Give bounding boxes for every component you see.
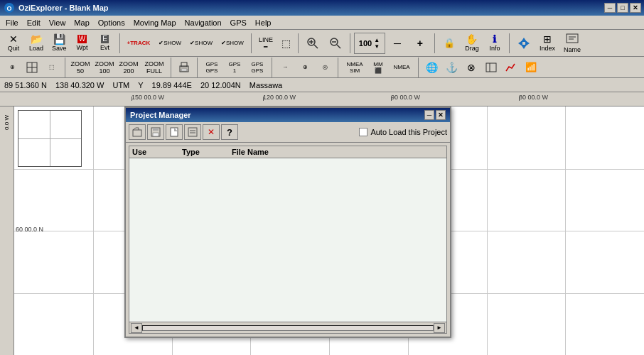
- svg-marker-11: [518, 40, 522, 46]
- pm-save-button[interactable]: [147, 124, 164, 140]
- info-button[interactable]: ℹ Info: [484, 32, 505, 55]
- pm-delete-button[interactable]: ✕: [203, 124, 220, 140]
- pm-scroll-left[interactable]: ◄: [131, 323, 142, 333]
- menu-map[interactable]: Map: [70, 17, 93, 28]
- evt-button[interactable]: E Evt: [95, 32, 116, 55]
- menu-moving-map[interactable]: Moving Map: [129, 17, 181, 28]
- svg-marker-12: [525, 40, 530, 46]
- zoom-full-button[interactable]: ZOOMFULL: [141, 58, 167, 77]
- show-track-button[interactable]: ✔SHOW: [155, 32, 185, 55]
- menu-file[interactable]: File: [1, 17, 23, 28]
- line-button[interactable]: LINE━: [255, 32, 277, 55]
- gps2-button[interactable]: GPSGPS: [247, 58, 268, 77]
- minimize-button[interactable]: ─: [604, 3, 616, 13]
- signal-icon: 📶: [525, 62, 537, 72]
- pm-scroll-track[interactable]: [142, 325, 434, 331]
- gps-gps-button[interactable]: GPSGPS: [201, 58, 222, 77]
- svg-rect-22: [486, 63, 496, 72]
- nmea-button[interactable]: NMEA: [389, 58, 414, 77]
- longitude-display: 138 40.320 W: [55, 81, 104, 89]
- pm-help-button[interactable]: ?: [221, 124, 238, 140]
- tb2-btn-2[interactable]: [23, 58, 41, 77]
- zoom-plus-button[interactable]: +: [409, 32, 431, 55]
- menu-gps[interactable]: GPS: [226, 17, 251, 28]
- lock-icon: 🔒: [444, 38, 455, 48]
- zoom-up-arrow[interactable]: ▲: [373, 37, 380, 43]
- maximize-button[interactable]: □: [617, 3, 628, 13]
- pm-new-button[interactable]: [166, 124, 183, 140]
- menu-navigation[interactable]: Navigation: [181, 17, 226, 28]
- window-title: OziExplorer - Blank Map: [16, 4, 604, 12]
- zoom100-button[interactable]: ZOOM100: [93, 58, 116, 77]
- pm-save-icon: [151, 127, 161, 137]
- pm-toolbar: ✕ ? Auto Load this Project: [126, 122, 450, 143]
- drag-button[interactable]: ✋ Drag: [461, 32, 483, 55]
- map-canvas[interactable]: 60 00.0 N Project Manager ─ ✕: [14, 106, 644, 355]
- anchor-button[interactable]: ⚓: [442, 58, 461, 77]
- index-button[interactable]: ⊞ Index: [536, 32, 559, 55]
- line-icon: LINE━: [259, 36, 273, 50]
- nmea-sim-button[interactable]: NMEASIM: [342, 58, 367, 77]
- pm-props-button[interactable]: [184, 124, 201, 140]
- show-wpt-button[interactable]: ✔SHOW: [186, 32, 216, 55]
- pm-minimize-button[interactable]: ─: [424, 110, 434, 120]
- zoom50-button[interactable]: ZOOM50: [69, 58, 92, 77]
- ruler-tick-2: 120 00.0 W: [263, 92, 296, 101]
- zoom-magnifier-button[interactable]: [302, 32, 323, 55]
- close-button[interactable]: ✕: [630, 3, 641, 13]
- pm-open-button[interactable]: [129, 124, 146, 140]
- menu-help[interactable]: Help: [251, 17, 276, 28]
- pm-title-text: Project Manager: [130, 111, 424, 119]
- utm-y-val: 20 12.004N: [200, 81, 241, 89]
- svg-text:O: O: [6, 5, 11, 12]
- auto-load-checkbox[interactable]: [359, 128, 367, 136]
- tb2-chart-btn[interactable]: [502, 58, 520, 77]
- zoom-minus-button[interactable]: ─: [387, 32, 408, 55]
- menu-bar: File Edit View Map Options Moving Map Na…: [0, 16, 644, 30]
- tb2-sat-btn[interactable]: ⊕: [296, 58, 314, 77]
- toolbar2: ⊕ ⬚ ZOOM50 ZOOM100 ZOOM200 ZOOMFULL GPSG…: [0, 57, 644, 78]
- tb2-arrow-btn[interactable]: →: [276, 58, 294, 77]
- signal-button[interactable]: 📶: [522, 58, 540, 77]
- tb2-btn-3[interactable]: ⬚: [43, 58, 61, 77]
- print-icon: [178, 61, 190, 74]
- save-button[interactable]: 💾 Save: [48, 32, 70, 55]
- pm-col-file: File Name: [232, 148, 444, 156]
- tb2-compass-btn[interactable]: ◎: [316, 58, 334, 77]
- name-button[interactable]: Name: [560, 32, 584, 55]
- pm-scroll-right[interactable]: ►: [434, 323, 445, 333]
- auto-load-label[interactable]: Auto Load this Project: [359, 128, 447, 136]
- sep2: [251, 33, 252, 53]
- pm-title-bar[interactable]: Project Manager ─ ✕: [126, 108, 450, 122]
- area-button[interactable]: ⬚: [278, 32, 294, 55]
- menu-options[interactable]: Options: [94, 17, 129, 28]
- quit-button[interactable]: ✕ Quit: [3, 32, 24, 55]
- wpt-button[interactable]: W Wpt: [72, 32, 93, 55]
- gps1-button[interactable]: GPS1: [224, 58, 245, 77]
- tb2-sep3: [197, 58, 198, 77]
- status-bar: 89 51.360 N 138 40.320 W UTM Y 19.89 444…: [0, 78, 644, 92]
- pm-close-button[interactable]: ✕: [436, 110, 446, 120]
- track-button[interactable]: +TRACK: [124, 32, 154, 55]
- lock-button[interactable]: 🔒: [439, 32, 460, 55]
- tb2-print-button[interactable]: [175, 58, 193, 77]
- show-evt-button[interactable]: ✔SHOW: [218, 32, 247, 55]
- zoom200-button[interactable]: ZOOM200: [117, 58, 140, 77]
- target-button[interactable]: ⊗: [462, 58, 481, 77]
- pm-file-list: [129, 158, 446, 322]
- zoom-out-button[interactable]: [325, 32, 346, 55]
- zoom-down-arrow[interactable]: ▼: [373, 43, 380, 50]
- zoom-value: 100: [359, 39, 372, 48]
- nav-arrows-button[interactable]: [513, 32, 535, 55]
- sep5: [434, 33, 435, 53]
- mm-button[interactable]: MM⬛: [369, 58, 387, 77]
- tb2-sep2: [171, 58, 171, 77]
- tb2-btn-1[interactable]: ⊕: [3, 58, 21, 77]
- tb2-map-btn[interactable]: [482, 58, 500, 77]
- load-button[interactable]: 📂 Load: [26, 32, 47, 55]
- menu-edit[interactable]: Edit: [23, 17, 45, 28]
- nav-arrows-icon: [517, 36, 531, 50]
- globe-button[interactable]: 🌐: [422, 58, 441, 77]
- menu-view[interactable]: View: [45, 17, 70, 28]
- zoom-control[interactable]: 100 ▲ ▼: [354, 33, 385, 54]
